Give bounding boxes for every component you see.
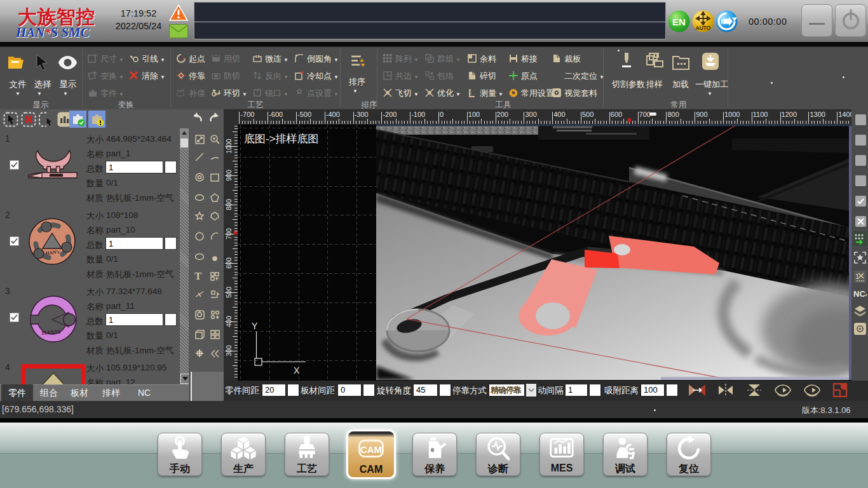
svg-text:AUTO: AUTO xyxy=(696,25,711,31)
svg-text:CAM: CAM xyxy=(360,444,382,455)
svg-text:HAN*S: HAN*S xyxy=(41,329,60,336)
svg-text:Y: Y xyxy=(252,321,258,331)
svg-text:EN: EN xyxy=(672,17,686,27)
svg-text:X: X xyxy=(294,365,300,376)
